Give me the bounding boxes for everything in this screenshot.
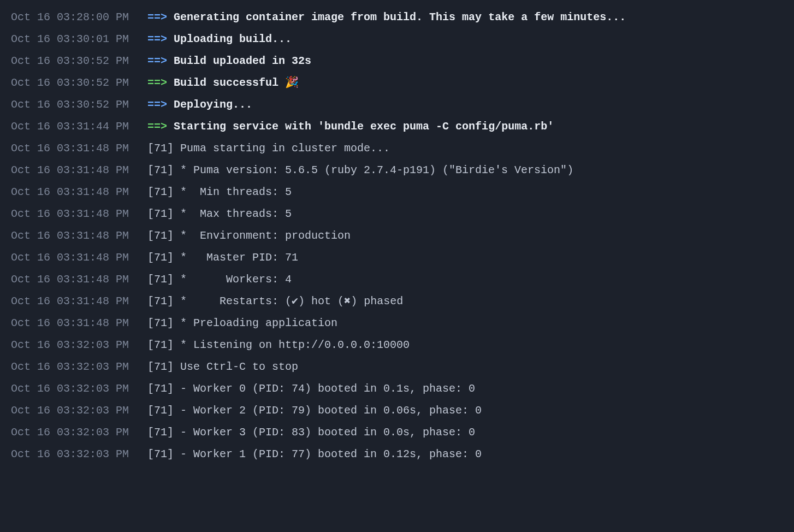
log-message: [71] * Restarts: (✔) hot (✖) phased	[147, 295, 403, 308]
log-message: [71] * Preloading application	[147, 317, 337, 329]
log-message-wrap: [71] Puma starting in cluster mode...	[147, 141, 783, 156]
log-line: Oct 16 03:31:48 PM[71] * Restarts: (✔) h…	[11, 291, 783, 312]
log-message: Starting service with 'bundle exec puma …	[174, 120, 554, 133]
log-message-wrap: ==> Deploying...	[147, 97, 783, 113]
log-timestamp: Oct 16 03:31:44 PM	[11, 119, 147, 134]
log-message: Build successful 🎉	[174, 76, 299, 89]
log-line: Oct 16 03:31:48 PM[71] * Preloading appl…	[11, 312, 783, 334]
log-message: [71] * Puma version: 5.6.5 (ruby 2.7.4-p…	[147, 164, 573, 176]
log-message-wrap: ==> Generating container image from buil…	[147, 10, 783, 25]
log-message-wrap: [71] - Worker 3 (PID: 83) booted in 0.0s…	[147, 425, 783, 440]
log-message: Build uploaded in 32s	[174, 55, 311, 67]
log-message-wrap: [71] * Master PID: 71	[147, 250, 783, 265]
log-message-wrap: ==> Starting service with 'bundle exec p…	[147, 119, 783, 134]
log-timestamp: Oct 16 03:31:48 PM	[11, 185, 147, 200]
log-timestamp: Oct 16 03:30:52 PM	[11, 75, 147, 91]
arrow-icon: ==>	[147, 33, 167, 45]
log-timestamp: Oct 16 03:31:48 PM	[11, 294, 147, 309]
log-timestamp: Oct 16 03:31:48 PM	[11, 228, 147, 244]
log-message: [71] * Max threads: 5	[147, 208, 292, 220]
log-message-wrap: [71] Use Ctrl-C to stop	[147, 359, 783, 375]
log-message: Generating container image from build. T…	[174, 11, 626, 23]
log-message-wrap: [71] * Environment: production	[147, 228, 783, 244]
log-message: [71] Puma starting in cluster mode...	[147, 142, 390, 155]
log-message-wrap: [71] * Puma version: 5.6.5 (ruby 2.7.4-p…	[147, 163, 783, 178]
log-timestamp: Oct 16 03:32:03 PM	[11, 447, 147, 462]
log-message-wrap: [71] - Worker 2 (PID: 79) booted in 0.06…	[147, 403, 783, 418]
log-timestamp: Oct 16 03:31:48 PM	[11, 206, 147, 222]
log-line: Oct 16 03:32:03 PM[71] * Listening on ht…	[11, 334, 783, 356]
log-timestamp: Oct 16 03:32:03 PM	[11, 403, 147, 418]
log-message: [71] - Worker 2 (PID: 79) booted in 0.06…	[147, 404, 482, 417]
log-line: Oct 16 03:31:48 PM[71] * Min threads: 5	[11, 181, 783, 203]
log-message: [71] * Master PID: 71	[147, 251, 298, 264]
log-line: Oct 16 03:31:48 PM[71] * Master PID: 71	[11, 247, 783, 269]
log-timestamp: Oct 16 03:31:48 PM	[11, 163, 147, 178]
log-line: Oct 16 03:32:03 PM[71] - Worker 2 (PID: …	[11, 400, 783, 422]
log-message-wrap: ==> Build successful 🎉	[147, 75, 783, 91]
log-message-wrap: [71] * Max threads: 5	[147, 206, 783, 222]
log-timestamp: Oct 16 03:31:48 PM	[11, 316, 147, 331]
log-timestamp: Oct 16 03:30:52 PM	[11, 54, 147, 69]
log-line: Oct 16 03:32:03 PM[71] - Worker 1 (PID: …	[11, 444, 783, 465]
log-timestamp: Oct 16 03:31:48 PM	[11, 250, 147, 265]
log-message-wrap: [71] * Listening on http://0.0.0.0:10000	[147, 338, 783, 353]
log-line: Oct 16 03:32:03 PM[71] - Worker 0 (PID: …	[11, 378, 783, 400]
log-message-wrap: [71] * Min threads: 5	[147, 185, 783, 200]
log-message: Uploading build...	[174, 33, 292, 45]
log-message: [71] - Worker 3 (PID: 83) booted in 0.0s…	[147, 426, 475, 439]
log-message: [71] * Workers: 4	[147, 273, 292, 286]
log-line: Oct 16 03:32:03 PM[71] - Worker 3 (PID: …	[11, 422, 783, 444]
log-message-wrap: [71] * Restarts: (✔) hot (✖) phased	[147, 294, 783, 309]
log-timestamp: Oct 16 03:28:00 PM	[11, 10, 147, 25]
log-line: Oct 16 03:30:52 PM==> Deploying...	[11, 94, 783, 116]
log-timestamp: Oct 16 03:32:03 PM	[11, 338, 147, 353]
log-line: Oct 16 03:31:44 PM==> Starting service w…	[11, 116, 783, 138]
log-message-wrap: ==> Build uploaded in 32s	[147, 54, 783, 69]
log-message: Deploying...	[174, 98, 252, 111]
arrow-icon: ==>	[147, 55, 167, 67]
log-output[interactable]: Oct 16 03:28:00 PM==> Generating contain…	[0, 0, 794, 478]
log-timestamp: Oct 16 03:32:03 PM	[11, 425, 147, 440]
log-message-wrap: ==> Uploading build...	[147, 32, 783, 47]
arrow-icon: ==>	[147, 98, 167, 111]
log-message-wrap: [71] - Worker 1 (PID: 77) booted in 0.12…	[147, 447, 783, 462]
log-line: Oct 16 03:31:48 PM[71] * Max threads: 5	[11, 203, 783, 225]
log-timestamp: Oct 16 03:32:03 PM	[11, 359, 147, 375]
log-message: [71] * Min threads: 5	[147, 186, 292, 198]
log-timestamp: Oct 16 03:31:48 PM	[11, 272, 147, 287]
log-line: Oct 16 03:31:48 PM[71] * Environment: pr…	[11, 225, 783, 247]
log-line: Oct 16 03:30:01 PM==> Uploading build...	[11, 28, 783, 50]
arrow-icon: ==>	[147, 120, 167, 133]
log-message: [71] - Worker 0 (PID: 74) booted in 0.1s…	[147, 382, 475, 395]
log-timestamp: Oct 16 03:31:48 PM	[11, 141, 147, 156]
log-line: Oct 16 03:31:48 PM[71] * Puma version: 5…	[11, 159, 783, 181]
log-line: Oct 16 03:28:00 PM==> Generating contain…	[11, 7, 783, 28]
log-timestamp: Oct 16 03:32:03 PM	[11, 381, 147, 397]
log-message: [71] - Worker 1 (PID: 77) booted in 0.12…	[147, 448, 482, 460]
log-message: [71] * Environment: production	[147, 229, 351, 242]
log-line: Oct 16 03:30:52 PM==> Build successful 🎉	[11, 72, 783, 94]
log-line: Oct 16 03:31:48 PM[71] * Workers: 4	[11, 269, 783, 291]
log-timestamp: Oct 16 03:30:52 PM	[11, 97, 147, 113]
log-message: [71] Use Ctrl-C to stop	[147, 360, 298, 373]
log-message: [71] * Listening on http://0.0.0.0:10000	[147, 339, 410, 351]
log-line: Oct 16 03:30:52 PM==> Build uploaded in …	[11, 50, 783, 72]
log-message-wrap: [71] * Workers: 4	[147, 272, 783, 287]
log-message-wrap: [71] - Worker 0 (PID: 74) booted in 0.1s…	[147, 381, 783, 397]
log-timestamp: Oct 16 03:30:01 PM	[11, 32, 147, 47]
log-line: Oct 16 03:32:03 PM[71] Use Ctrl-C to sto…	[11, 356, 783, 378]
arrow-icon: ==>	[147, 76, 167, 89]
log-line: Oct 16 03:31:48 PM[71] Puma starting in …	[11, 138, 783, 159]
arrow-icon: ==>	[147, 11, 167, 23]
log-message-wrap: [71] * Preloading application	[147, 316, 783, 331]
